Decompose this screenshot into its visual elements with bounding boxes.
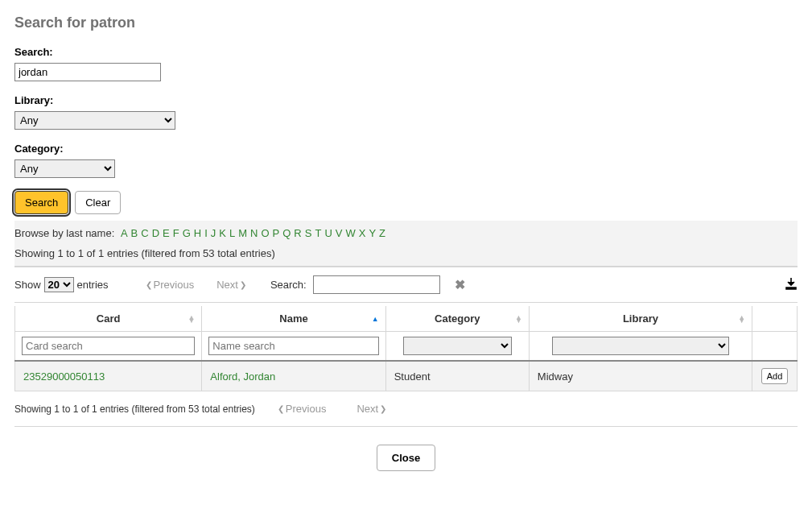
previous-button-top[interactable]: ❮ Previous — [138, 279, 203, 291]
previous-button-bottom[interactable]: ❮ Previous — [270, 403, 335, 415]
card-link[interactable]: 23529000050113 — [23, 370, 105, 383]
table-row: 23529000050113 Alford, Jordan Student Mi… — [15, 361, 798, 391]
browse-letter-r[interactable]: R — [294, 227, 301, 239]
entries-label: entries — [77, 279, 109, 291]
column-header-name[interactable]: Name ▲ — [202, 306, 385, 332]
chevron-left-icon: ❮ — [278, 404, 284, 413]
browse-letter-c[interactable]: C — [141, 227, 148, 239]
browse-letter-a[interactable]: A — [121, 227, 128, 239]
close-button[interactable]: Close — [377, 445, 435, 471]
clear-search-icon[interactable]: ✖ — [455, 277, 465, 292]
browse-letter-u[interactable]: U — [324, 227, 332, 239]
browse-letter-y[interactable]: Y — [369, 227, 376, 239]
browse-letter-x[interactable]: X — [359, 227, 366, 239]
column-header-library[interactable]: Library ▲▼ — [529, 306, 752, 332]
show-label: Show — [14, 279, 41, 291]
results-info-top: Showing 1 to 1 of 1 entries (filtered fr… — [14, 239, 798, 259]
name-filter-input[interactable] — [208, 337, 378, 355]
category-cell: Student — [385, 361, 529, 391]
browse-letter-m[interactable]: M — [238, 227, 247, 239]
column-header-actions — [752, 306, 798, 332]
browse-letter-e[interactable]: E — [163, 227, 170, 239]
chevron-right-icon: ❯ — [240, 280, 246, 289]
browse-letter-i[interactable]: I — [204, 227, 208, 239]
browse-letter-s[interactable]: S — [305, 227, 312, 239]
library-cell: Midway — [529, 361, 752, 391]
add-button[interactable]: Add — [761, 368, 789, 384]
column-header-card[interactable]: Card ▲▼ — [15, 306, 202, 332]
browse-letter-o[interactable]: O — [261, 227, 269, 239]
library-label: Library: — [14, 94, 798, 106]
table-search-label: Search: — [270, 279, 307, 291]
browse-letter-h[interactable]: H — [194, 227, 201, 239]
browse-letter-z[interactable]: Z — [379, 227, 385, 239]
category-filter-select[interactable] — [403, 337, 512, 355]
column-header-category[interactable]: Category ▲▼ — [385, 306, 529, 332]
search-label: Search: — [14, 46, 798, 58]
next-button-bottom[interactable]: Next ❯ — [348, 403, 394, 415]
library-select[interactable]: Any — [14, 111, 175, 130]
browse-letter-j[interactable]: J — [211, 227, 216, 239]
browse-letter-g[interactable]: G — [183, 227, 191, 239]
results-info-bottom: Showing 1 to 1 of 1 entries (filtered fr… — [14, 403, 255, 415]
chevron-right-icon: ❯ — [380, 404, 386, 413]
browse-letter-l[interactable]: L — [229, 227, 235, 239]
browse-letter-p[interactable]: P — [273, 227, 280, 239]
browse-letter-f[interactable]: F — [173, 227, 179, 239]
search-button[interactable]: Search — [14, 191, 68, 214]
browse-letter-q[interactable]: Q — [282, 227, 291, 239]
card-filter-input[interactable] — [22, 337, 195, 355]
table-search-input[interactable] — [313, 275, 440, 294]
search-input[interactable] — [14, 63, 161, 81]
browse-letter-v[interactable]: V — [336, 227, 343, 239]
category-label: Category: — [14, 143, 798, 155]
category-select[interactable]: Any — [14, 159, 115, 178]
show-entries-select[interactable]: 20 — [44, 277, 74, 292]
browse-letter-n[interactable]: N — [250, 227, 258, 239]
chevron-left-icon: ❮ — [146, 280, 152, 289]
browse-letter-t[interactable]: T — [315, 227, 321, 239]
download-icon[interactable] — [785, 277, 798, 292]
browse-letter-b[interactable]: B — [131, 227, 138, 239]
browse-label: Browse by last name: — [14, 227, 114, 239]
name-link[interactable]: Alford, Jordan — [210, 370, 275, 383]
next-button-top[interactable]: Next ❯ — [208, 279, 254, 291]
library-filter-select[interactable] — [552, 337, 729, 355]
browse-letter-k[interactable]: K — [219, 227, 226, 239]
clear-button[interactable]: Clear — [75, 191, 121, 214]
browse-letter-w[interactable]: W — [345, 227, 355, 239]
browse-letter-d[interactable]: D — [152, 227, 159, 239]
page-title: Search for patron — [14, 14, 798, 31]
